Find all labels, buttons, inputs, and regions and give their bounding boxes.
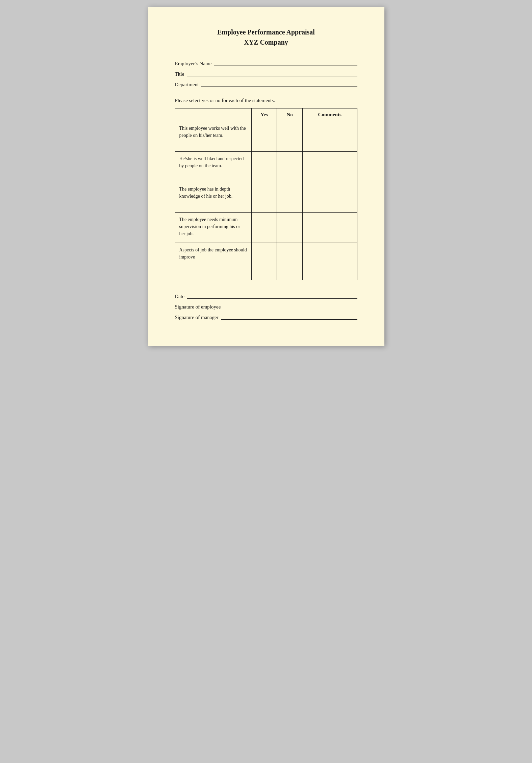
col-header-comments: Comments: [302, 108, 357, 121]
table-row: He/she is well liked and respected by pe…: [175, 152, 357, 182]
employee-name-underline: [214, 66, 357, 66]
table-row: The employee has in depth knowledge of h…: [175, 182, 357, 213]
col-header-statement: [175, 108, 251, 121]
statement-2: He/she is well liked and respected by pe…: [175, 152, 251, 182]
manager-signature-field: Signature of manager: [175, 315, 357, 320]
no-cell-2[interactable]: [277, 152, 302, 182]
department-underline: [201, 87, 357, 87]
table-row: Aspects of job the employee should impro…: [175, 243, 357, 280]
yes-cell-1[interactable]: [251, 121, 277, 152]
table-row: This employee works well with the people…: [175, 121, 357, 152]
employee-signature-field: Signature of employee: [175, 304, 357, 310]
manager-signature-underline: [221, 319, 357, 320]
col-header-yes: Yes: [251, 108, 277, 121]
statement-3: The employee has in depth knowledge of h…: [175, 182, 251, 213]
no-cell-3[interactable]: [277, 182, 302, 213]
table-header-row: Yes No Comments: [175, 108, 357, 121]
header: Employee Performance Appraisal XYZ Compa…: [175, 27, 357, 47]
employee-name-label: Employee's Name: [175, 61, 212, 67]
yes-cell-3[interactable]: [251, 182, 277, 213]
yes-cell-4[interactable]: [251, 213, 277, 243]
yes-cell-2[interactable]: [251, 152, 277, 182]
employee-signature-underline: [223, 309, 357, 309]
table-row: The employee needs minimum supervision i…: [175, 213, 357, 243]
field-section: Employee's Name Title Department: [175, 61, 357, 88]
employee-signature-label: Signature of employee: [175, 304, 221, 310]
date-label: Date: [175, 294, 184, 299]
department-label: Department: [175, 82, 199, 88]
appraisal-table: Yes No Comments This employee works well…: [175, 108, 357, 280]
title-underline: [187, 76, 357, 76]
statement-1: This employee works well with the people…: [175, 121, 251, 152]
header-title: Employee Performance Appraisal XYZ Compa…: [175, 27, 357, 47]
comments-cell-4[interactable]: [302, 213, 357, 243]
comments-cell-3[interactable]: [302, 182, 357, 213]
date-field: Date: [175, 294, 357, 299]
comments-cell-5[interactable]: [302, 243, 357, 280]
title-label: Title: [175, 71, 184, 77]
title-field: Title: [175, 71, 357, 77]
no-cell-5[interactable]: [277, 243, 302, 280]
signature-section: Date Signature of employee Signature of …: [175, 294, 357, 320]
no-cell-1[interactable]: [277, 121, 302, 152]
page: Employee Performance Appraisal XYZ Compa…: [148, 7, 384, 346]
header-line1: Employee Performance Appraisal: [217, 28, 315, 36]
manager-signature-label: Signature of manager: [175, 315, 219, 320]
statement-5: Aspects of job the employee should impro…: [175, 243, 251, 280]
statement-4: The employee needs minimum supervision i…: [175, 213, 251, 243]
employee-name-field: Employee's Name: [175, 61, 357, 67]
no-cell-4[interactable]: [277, 213, 302, 243]
yes-cell-5[interactable]: [251, 243, 277, 280]
comments-cell-2[interactable]: [302, 152, 357, 182]
date-underline: [187, 298, 357, 299]
instruction-text: Please select yes or no for each of the …: [175, 98, 357, 103]
header-line2: XYZ Company: [244, 39, 288, 46]
department-field: Department: [175, 82, 357, 88]
comments-cell-1[interactable]: [302, 121, 357, 152]
col-header-no: No: [277, 108, 302, 121]
